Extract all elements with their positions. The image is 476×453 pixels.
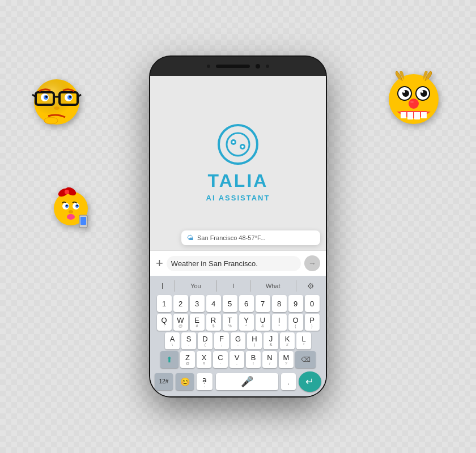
- space-key[interactable]: 🎤: [216, 373, 278, 390]
- svg-point-44: [227, 133, 249, 156]
- key-w[interactable]: W@: [173, 314, 188, 331]
- svg-rect-28: [80, 217, 86, 225]
- toolbar-separator-2: [216, 280, 217, 292]
- emoji-key[interactable]: 😊: [176, 373, 194, 390]
- svg-rect-38: [401, 112, 406, 118]
- comma-key[interactable]: ạ ,: [197, 373, 212, 390]
- phone-camera: [256, 64, 260, 69]
- key-m[interactable]: M?: [279, 351, 294, 368]
- key-4[interactable]: 4: [206, 295, 221, 312]
- keyboard-area: I You I What ⚙ 1 2 3 4 5 6: [150, 276, 326, 396]
- scene: TALIA AI ASSISTANT + Weather in San Fran…: [0, 0, 476, 453]
- key-x[interactable]: X#: [197, 351, 211, 368]
- number-row: 1 2 3 4 5 6 7 8 9 0: [151, 295, 325, 312]
- phone-sensor2: [266, 65, 269, 68]
- svg-point-26: [67, 214, 75, 220]
- app-area: TALIA AI ASSISTANT: [150, 76, 326, 250]
- key-1[interactable]: 1: [157, 295, 172, 312]
- talia-logo-icon: [218, 124, 258, 165]
- key-y[interactable]: Y^: [239, 314, 254, 331]
- key-p[interactable]: P): [305, 314, 320, 331]
- key-k[interactable]: K#: [280, 332, 295, 349]
- emoji-glasses-sticker: [31, 76, 82, 134]
- svg-point-1: [34, 79, 79, 125]
- bottom-row: 12# 😊 ạ , 🎤 . ↵: [151, 370, 325, 394]
- key-d[interactable]: D(: [198, 332, 212, 349]
- delete-icon: ⌫: [301, 356, 311, 364]
- emoji-selfie-sticker: [51, 187, 91, 237]
- key-s[interactable]: S-: [181, 332, 196, 349]
- key-n[interactable]: N/: [262, 351, 277, 368]
- key-o[interactable]: O(: [288, 314, 303, 331]
- key-t[interactable]: T%: [223, 314, 237, 331]
- toolbar-item-you[interactable]: You: [186, 281, 206, 291]
- key-3[interactable]: 3: [190, 295, 205, 312]
- key-u[interactable]: U&: [256, 314, 270, 331]
- key-6[interactable]: 6: [239, 295, 254, 312]
- key-e[interactable]: E#: [190, 314, 205, 331]
- delete-key[interactable]: ⌫: [295, 351, 316, 368]
- app-subtitle: AI ASSISTANT: [206, 194, 270, 202]
- shift-icon: ⬆: [166, 355, 173, 364]
- enter-icon: ↵: [305, 377, 314, 387]
- toolbar-item-i[interactable]: I: [228, 281, 239, 291]
- key-7[interactable]: 7: [256, 295, 270, 312]
- key-l[interactable]: L*: [296, 332, 311, 349]
- period-key[interactable]: .: [281, 373, 296, 390]
- key-5[interactable]: 5: [223, 295, 237, 312]
- phone-top-bar: [150, 57, 326, 76]
- svg-point-37: [410, 101, 414, 103]
- svg-point-36: [409, 99, 419, 109]
- toolbar-separator-4: [296, 280, 296, 292]
- key-z[interactable]: Z@: [180, 351, 195, 368]
- numbers-label: 12#: [159, 379, 169, 384]
- toolbar-separator-1: [175, 280, 175, 292]
- input-bar: + Weather in San Francisco. → 🌤 San Fran…: [150, 250, 326, 276]
- svg-point-18: [65, 190, 69, 194]
- svg-point-13: [54, 106, 60, 110]
- key-f[interactable]: F;: [214, 332, 229, 349]
- svg-point-35: [421, 91, 423, 93]
- key-b[interactable]: B!: [246, 351, 261, 368]
- cursor-icon: I: [162, 281, 164, 290]
- key-9[interactable]: 9: [288, 295, 303, 312]
- key-i[interactable]: I*: [272, 314, 287, 331]
- key-c[interactable]: C-: [213, 351, 228, 368]
- enter-key[interactable]: ↵: [299, 371, 321, 392]
- emoji-icon: 😊: [180, 377, 190, 386]
- key-g[interactable]: G:: [231, 332, 245, 349]
- svg-rect-41: [421, 112, 427, 118]
- svg-point-11: [45, 96, 48, 98]
- settings-icon[interactable]: ⚙: [307, 281, 314, 290]
- numbers-key[interactable]: 12#: [155, 373, 173, 390]
- send-button[interactable]: →: [304, 255, 320, 271]
- mic-icon: 🎤: [241, 375, 253, 388]
- keyboard-toolbar: I You I What ⚙: [151, 278, 325, 295]
- svg-point-34: [403, 91, 405, 93]
- shift-key[interactable]: ⬆: [160, 351, 178, 368]
- message-input[interactable]: Weather in San Francisco.: [167, 256, 301, 271]
- toolbar-item-what[interactable]: What: [261, 281, 285, 291]
- key-v[interactable]: V.: [230, 351, 244, 368]
- key-2[interactable]: 2: [173, 295, 188, 312]
- add-button[interactable]: +: [156, 256, 163, 271]
- key-h[interactable]: H): [247, 332, 262, 349]
- svg-rect-39: [407, 112, 413, 119]
- key-r[interactable]: R$: [206, 314, 221, 331]
- emoji-clown-sticker: [385, 71, 442, 135]
- key-q[interactable]: Q!: [157, 314, 172, 331]
- svg-point-48: [241, 146, 244, 148]
- key-8[interactable]: 8: [272, 295, 287, 312]
- send-arrow-icon: →: [308, 259, 316, 268]
- key-0[interactable]: 0: [305, 295, 320, 312]
- app-title: TALIA: [208, 170, 269, 191]
- autocomplete-text: San Francisco 48-57°F...: [197, 234, 266, 241]
- autocomplete-dropdown[interactable]: 🌤 San Francisco 48-57°F...: [181, 230, 320, 245]
- asdf-row: A\ S- D( F; G: H) J& K# L*: [151, 332, 325, 349]
- key-a[interactable]: A\: [165, 332, 180, 349]
- svg-point-47: [232, 141, 235, 143]
- key-j[interactable]: J&: [264, 332, 278, 349]
- weather-cloud-icon: 🌤: [187, 234, 194, 242]
- zxcvb-row: ⬆ Z@ X# C- V. B! N/ M? ⌫: [151, 351, 325, 368]
- period-label: .: [287, 378, 290, 386]
